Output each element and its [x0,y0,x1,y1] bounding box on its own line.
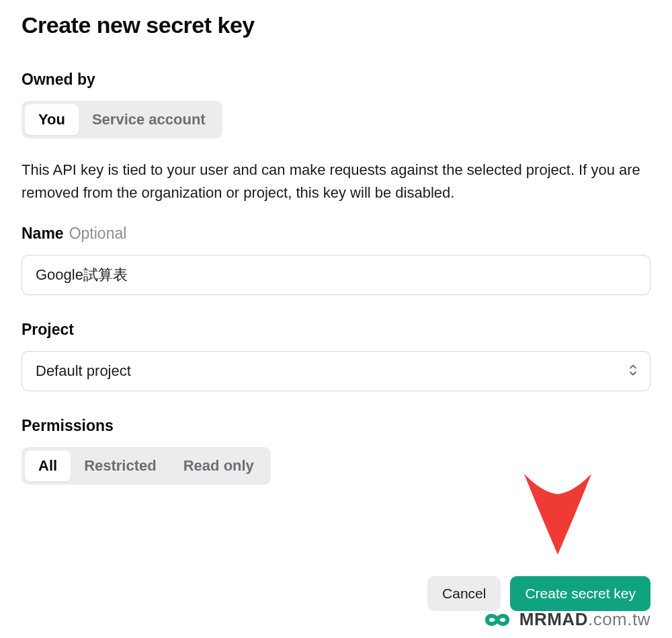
owned-by-you[interactable]: You [25,104,79,135]
permissions-readonly[interactable]: Read only [170,450,267,481]
project-section: Project Default project [22,321,650,391]
name-section: NameOptional [22,225,650,321]
name-label: NameOptional [22,225,650,243]
owned-by-label: Owned by [22,71,650,89]
permissions-section: Permissions All Restricted Read only [22,417,650,505]
owned-by-service-account[interactable]: Service account [79,104,219,135]
watermark-text: MRMAD.com.tw [519,609,650,630]
permissions-restricted[interactable]: Restricted [71,450,170,481]
permissions-label: Permissions [22,417,650,435]
permissions-toggle: All Restricted Read only [22,447,271,485]
optional-tag: Optional [69,225,127,242]
infinity-icon [479,610,515,630]
owned-by-section: Owned by You Service account [22,71,650,159]
watermark: MRMAD.com.tw [479,609,650,630]
owned-by-toggle: You Service account [22,101,222,138]
page-title: Create new secret key [22,12,650,38]
dialog-actions: Cancel Create secret key [427,576,650,611]
create-secret-key-button[interactable]: Create secret key [510,576,650,611]
description-text: This API key is tied to your user and ca… [22,159,650,204]
name-input[interactable] [22,255,650,295]
project-select[interactable]: Default project [22,351,650,391]
project-label: Project [22,321,650,339]
cancel-button[interactable]: Cancel [427,576,501,611]
permissions-all[interactable]: All [25,450,71,481]
